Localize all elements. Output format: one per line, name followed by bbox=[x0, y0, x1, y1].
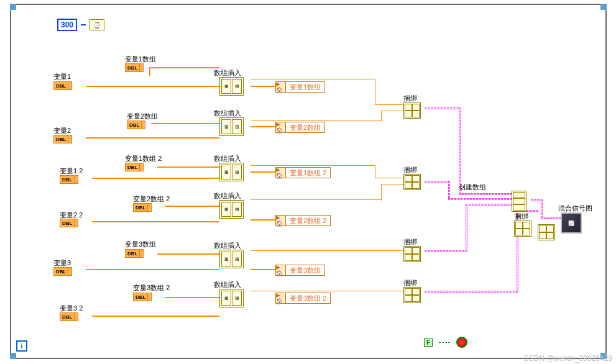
array-insert-node[interactable]: ⊞⊞ bbox=[219, 117, 244, 136]
mixed-signal-graph-terminal[interactable]: 📈 bbox=[561, 212, 582, 234]
terminal-label: 变量3 bbox=[53, 258, 71, 268]
loop-stop-condition[interactable]: F bbox=[424, 337, 467, 348]
loop-corner bbox=[10, 4, 16, 10]
array-insert-node[interactable]: ⊞⊞ bbox=[219, 250, 244, 268]
local-variable[interactable]: ▶🏠变量1数组 2 bbox=[275, 167, 331, 178]
node-label: 捆绑 bbox=[515, 212, 528, 221]
node-label: 捆绑 bbox=[403, 278, 417, 288]
local-variable[interactable]: ▶🏠变量2数组 2 bbox=[275, 215, 331, 226]
watermark: CSDN @weixin_39926429 bbox=[523, 354, 612, 363]
dbl-terminal[interactable]: DBL bbox=[60, 312, 78, 321]
array-insert-node[interactable]: ⊞⊞ bbox=[219, 200, 244, 219]
node-label: 数组插入 bbox=[214, 191, 241, 201]
local-variable[interactable]: ▶🏠变量2数组 bbox=[275, 122, 325, 133]
loop-corner bbox=[10, 353, 16, 359]
wait-ms[interactable]: 300 ⌚ bbox=[57, 19, 104, 31]
dbl-terminal[interactable]: DBL bbox=[53, 135, 72, 143]
wait-timer-icon: ⌚ bbox=[90, 19, 104, 30]
local-variable[interactable]: ▶🏠变量1数组 bbox=[275, 81, 325, 93]
local-variable[interactable]: ▶🏠变量3数组 bbox=[275, 265, 325, 276]
bundle-node[interactable] bbox=[514, 221, 531, 237]
dbl-terminal[interactable]: DBL bbox=[60, 219, 78, 227]
labview-block-diagram: 300 ⌚ bbox=[0, 0, 616, 364]
while-loop: 300 ⌚ bbox=[10, 4, 607, 359]
dbl-terminal[interactable]: DBL bbox=[60, 175, 78, 184]
terminal-label: 变量3数组 bbox=[125, 240, 156, 249]
dbl-terminal[interactable]: DBL bbox=[53, 267, 72, 276]
dbl-array-terminal[interactable]: DBL bbox=[125, 163, 144, 171]
loop-corner bbox=[600, 4, 607, 10]
node-label: 捆绑 bbox=[403, 237, 417, 247]
bundle-node[interactable] bbox=[403, 174, 421, 190]
bundle-node[interactable] bbox=[403, 287, 421, 303]
build-array-node[interactable] bbox=[512, 191, 526, 212]
iteration-terminal[interactable]: i bbox=[16, 340, 27, 352]
terminal-label: 变量1数组 bbox=[125, 55, 156, 64]
numeric-constant[interactable]: 300 bbox=[57, 19, 77, 31]
dbl-array-terminal[interactable]: DBL bbox=[133, 293, 152, 301]
array-insert-node[interactable]: ⊞⊞ bbox=[219, 163, 244, 181]
dbl-array-terminal[interactable]: DBL bbox=[133, 203, 152, 212]
terminal-label: 变量1 2 bbox=[60, 166, 83, 176]
terminal-label: 变量3数组 2 bbox=[133, 283, 170, 293]
dbl-array-terminal[interactable]: DBL bbox=[125, 63, 144, 72]
terminal-label: 混合信号图 bbox=[558, 204, 592, 213]
local-variable[interactable]: ▶🏠变量3数组 2 bbox=[275, 293, 331, 304]
node-label: 数组插入 bbox=[214, 68, 241, 78]
bundle-node[interactable] bbox=[403, 102, 421, 119]
terminal-label: 变量2数组 bbox=[127, 112, 158, 121]
dbl-array-terminal[interactable]: DBL bbox=[125, 249, 144, 258]
node-label: 数组插入 bbox=[214, 154, 241, 163]
array-insert-node[interactable]: ⊞⊞ bbox=[219, 77, 244, 96]
node-label: 创建数组 bbox=[459, 183, 486, 192]
node-label: 捆绑 bbox=[403, 165, 417, 175]
bundle-node[interactable] bbox=[538, 224, 555, 240]
boolean-false-constant[interactable]: F bbox=[424, 339, 433, 347]
dbl-array-terminal[interactable]: DBL bbox=[127, 121, 145, 129]
node-label: 数组插入 bbox=[214, 241, 241, 250]
node-label: 数组插入 bbox=[214, 109, 241, 118]
array-insert-node[interactable]: ⊞⊞ bbox=[219, 289, 244, 307]
stop-button-icon[interactable] bbox=[456, 337, 467, 348]
terminal-label: 变量2 bbox=[53, 126, 71, 135]
node-label: 捆绑 bbox=[403, 94, 417, 103]
terminal-label: 变量3 2 bbox=[60, 304, 83, 313]
terminal-label: 变量2数组 2 bbox=[133, 194, 170, 204]
dbl-terminal[interactable]: DBL bbox=[53, 81, 72, 90]
node-label: 数组插入 bbox=[214, 280, 241, 289]
terminal-label: 变量1数组 2 bbox=[125, 154, 162, 163]
bundle-node[interactable] bbox=[403, 246, 421, 262]
terminal-label: 变量1 bbox=[53, 72, 71, 81]
